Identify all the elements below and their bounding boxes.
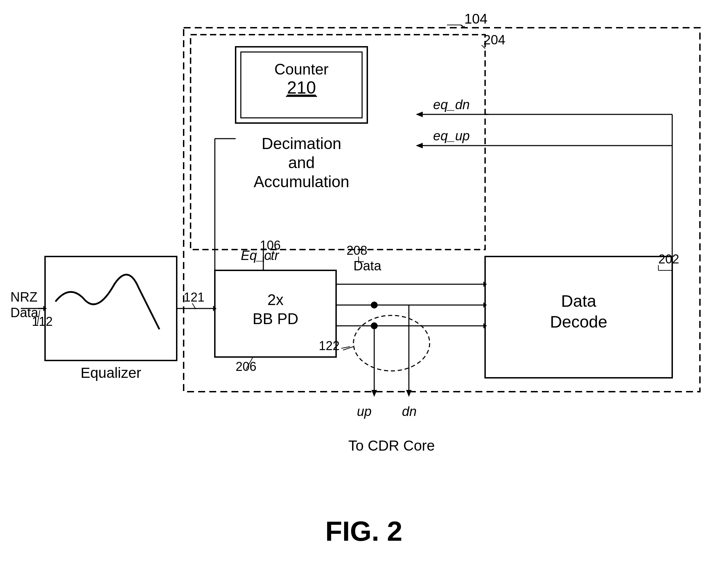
to-cdr-label-text: To CDR Core xyxy=(348,437,435,454)
ref-106-label: 106 xyxy=(260,238,281,252)
ref-104-label: 104 xyxy=(464,11,488,26)
eq-dn-arrowhead xyxy=(416,112,423,117)
decimation-label-text: Decimation xyxy=(262,134,341,153)
equalizer-box xyxy=(45,256,177,360)
ref-112-label: 112 xyxy=(32,314,53,329)
data-decode-line2-text: Decode xyxy=(550,313,607,331)
bb-pd-line2-text: BB PD xyxy=(253,310,298,327)
ref-121-label: 121 xyxy=(184,290,204,304)
counter-number-text: 210 xyxy=(287,78,316,97)
eq-up-arrowhead xyxy=(416,143,423,148)
up-arrowhead xyxy=(371,390,377,397)
bb-pd-line1-text: 2x xyxy=(267,291,283,308)
ref-206-label: 206 xyxy=(236,359,256,374)
ref-204-label: 204 xyxy=(483,33,505,47)
accumulation-label-text: Accumulation xyxy=(254,173,349,191)
accumulation-and-text: and xyxy=(288,154,315,172)
fig-caption-text: FIG. 2 xyxy=(325,516,402,547)
eq-up-label-text: eq_up xyxy=(433,129,470,143)
eq-dn-label-text: eq_dn xyxy=(433,97,470,112)
dn-label-text: dn xyxy=(402,404,416,419)
up-dn-dashed-circle xyxy=(353,315,430,371)
nrz-label-text: NRZ xyxy=(10,290,37,304)
dn-arrowhead xyxy=(406,390,412,397)
ref-208-label: 208 xyxy=(347,243,367,258)
ref-122-label: 122 xyxy=(319,339,340,353)
data-decode-line1-text: Data xyxy=(561,292,596,310)
data-signal-label: Data xyxy=(353,259,381,273)
junction-dot-mid xyxy=(371,302,378,308)
equalizer-label-text: Equalizer xyxy=(80,365,141,381)
diagram-container: 104 Counter 210 Decimation and Accumulat… xyxy=(0,0,728,574)
counter-title-text: Counter xyxy=(274,61,329,78)
up-label-text: up xyxy=(357,404,371,419)
ref-202-label: 202 xyxy=(658,252,679,266)
